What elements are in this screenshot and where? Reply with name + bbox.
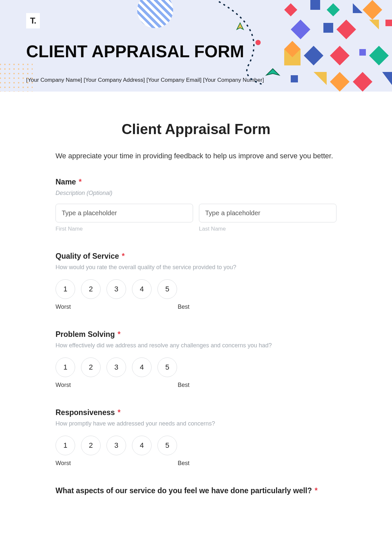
required-marker: * (79, 178, 82, 186)
responsiveness-help: How promptly have we addressed your need… (56, 420, 336, 427)
first-name-input[interactable] (56, 204, 193, 222)
quality-rating-5[interactable]: 5 (157, 279, 177, 299)
svg-marker-17 (369, 46, 389, 65)
svg-marker-4 (363, 0, 382, 20)
quality-rating-1[interactable]: 1 (56, 279, 75, 299)
quality-scale-labels: Worst Best (56, 304, 189, 310)
problem-high-label: Best (178, 382, 189, 389)
problem-label-text: Problem Solving (56, 330, 115, 339)
svg-rect-19 (291, 75, 298, 82)
svg-marker-14 (304, 46, 323, 65)
responsiveness-rating-5[interactable]: 5 (157, 436, 177, 455)
field-aspects: What aspects of our service do you feel … (56, 486, 336, 495)
brand-logo: T. (26, 13, 40, 28)
svg-marker-15 (330, 46, 350, 65)
required-marker: * (122, 252, 125, 260)
form-title: Client Appraisal Form (56, 121, 336, 137)
responsiveness-label: Responsiveness * (56, 408, 336, 417)
problem-rating-row: 1 2 3 4 5 (56, 357, 336, 377)
last-name-input[interactable] (199, 204, 336, 222)
field-problem: Problem Solving * How effectively did we… (56, 330, 336, 389)
svg-marker-5 (291, 20, 310, 39)
field-quality: Quality of Service * How would you rate … (56, 252, 336, 310)
svg-marker-18 (266, 69, 279, 75)
name-label-text: Name (56, 178, 76, 186)
quality-rating-2[interactable]: 2 (81, 279, 101, 299)
quality-rating-row: 1 2 3 4 5 (56, 279, 336, 299)
required-marker: * (118, 330, 121, 339)
problem-scale-labels: Worst Best (56, 382, 189, 389)
responsiveness-high-label: Best (178, 460, 189, 467)
svg-marker-22 (353, 72, 372, 92)
problem-rating-2[interactable]: 2 (81, 357, 101, 377)
form-container: Client Appraisal Form We appreciate your… (42, 92, 350, 518)
field-name: Name * Description (Optional) First Name… (56, 178, 336, 232)
responsiveness-scale-labels: Worst Best (56, 460, 189, 467)
svg-marker-1 (310, 0, 320, 10)
svg-marker-8 (369, 20, 379, 29)
svg-marker-0 (284, 3, 297, 16)
svg-marker-23 (382, 72, 392, 85)
responsiveness-rating-1[interactable]: 1 (56, 436, 75, 455)
svg-rect-9 (385, 20, 392, 26)
quality-rating-4[interactable]: 4 (132, 279, 152, 299)
problem-label: Problem Solving * (56, 330, 336, 339)
aspects-label: What aspects of our service do you feel … (56, 486, 336, 495)
hero-banner: T. CLIENT APPRAISAL FORM [Your Company N… (0, 0, 392, 92)
responsiveness-rating-3[interactable]: 3 (106, 436, 126, 455)
svg-marker-7 (336, 20, 356, 39)
svg-marker-21 (330, 72, 350, 92)
form-intro: We appreciate your time in providing fee… (56, 150, 336, 161)
svg-rect-16 (359, 49, 366, 56)
quality-low-label: Worst (56, 304, 71, 310)
name-description: Description (Optional) (56, 190, 336, 197)
required-marker: * (315, 486, 318, 495)
quality-label-text: Quality of Service (56, 252, 119, 260)
decorative-dots (0, 62, 33, 92)
last-name-sublabel: Last Name (199, 226, 336, 232)
quality-high-label: Best (178, 304, 189, 310)
responsiveness-rating-row: 1 2 3 4 5 (56, 436, 336, 455)
svg-marker-11 (237, 23, 243, 29)
svg-marker-3 (353, 3, 363, 13)
svg-marker-20 (314, 72, 327, 85)
responsiveness-rating-2[interactable]: 2 (81, 436, 101, 455)
quality-help: How would you rate the overall quality o… (56, 264, 336, 271)
problem-rating-3[interactable]: 3 (106, 357, 126, 377)
svg-marker-2 (327, 3, 340, 16)
name-label: Name * (56, 178, 336, 186)
problem-rating-4[interactable]: 4 (132, 357, 152, 377)
problem-rating-1[interactable]: 1 (56, 357, 75, 377)
svg-point-10 (255, 40, 261, 45)
problem-rating-5[interactable]: 5 (157, 357, 177, 377)
quality-rating-3[interactable]: 3 (106, 279, 126, 299)
first-name-sublabel: First Name (56, 226, 193, 232)
problem-help: How effectively did we address and resol… (56, 342, 336, 349)
quality-label: Quality of Service * (56, 252, 336, 261)
decorative-geometric-art (209, 0, 392, 92)
responsiveness-label-text: Responsiveness (56, 408, 115, 417)
aspects-label-text: What aspects of our service do you feel … (56, 486, 312, 495)
problem-low-label: Worst (56, 382, 71, 389)
decorative-stripes-icon (137, 0, 173, 28)
required-marker: * (118, 408, 121, 417)
responsiveness-low-label: Worst (56, 460, 71, 467)
svg-marker-6 (323, 23, 333, 33)
field-responsiveness: Responsiveness * How promptly have we ad… (56, 408, 336, 467)
responsiveness-rating-4[interactable]: 4 (132, 436, 152, 455)
